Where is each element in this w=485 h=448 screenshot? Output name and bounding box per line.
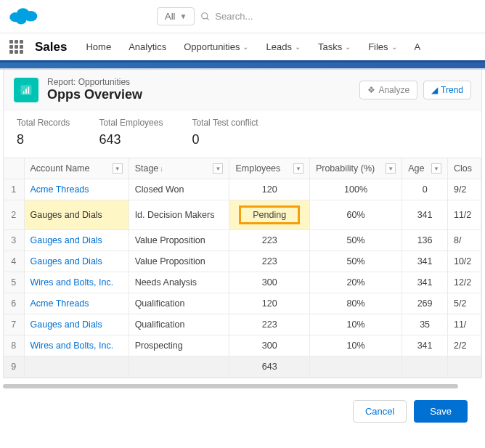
cell-account[interactable]: Gauges and Dials	[24, 314, 129, 335]
table-row: 1Acme ThreadsClosed Won120100%09/2	[4, 179, 481, 200]
analyze-icon: ❖	[367, 85, 375, 95]
total-test-conflict-label: Total Test conflict	[192, 118, 258, 128]
cell-account[interactable]: Gauges and Dials	[24, 200, 129, 230]
col-age[interactable]: Age▼	[402, 158, 448, 179]
table-summary-row: 9643	[4, 357, 481, 378]
cell-rownum: 7	[4, 314, 24, 335]
table-row: 4Gauges and DialsValue Proposition22350%…	[4, 251, 481, 272]
total-records-label: Total Records	[17, 118, 70, 128]
cell-stage: Qualification	[129, 293, 229, 314]
cell-age: 341	[402, 251, 448, 272]
chevron-down-icon: ⌄	[345, 43, 351, 51]
table-row: 2Gauges and DialsId. Decision MakersPend…	[4, 200, 481, 230]
cell-close: 5/2	[447, 293, 481, 314]
cell-probability: 50%	[309, 251, 402, 272]
nav-tasks[interactable]: Tasks⌄	[312, 41, 356, 52]
cell-age: 341	[402, 200, 448, 230]
trend-icon: ◢	[431, 85, 438, 95]
cell-rownum: 3	[4, 230, 24, 251]
nav-files[interactable]: Files⌄	[362, 41, 402, 52]
cell-account[interactable]: Gauges and Dials	[24, 251, 129, 272]
cell-age: 0	[402, 179, 448, 200]
report-title: Opps Overview	[47, 87, 142, 102]
col-probability[interactable]: Probability (%)▼	[309, 158, 402, 179]
col-rownum	[4, 158, 24, 179]
chevron-down-icon: ▼	[179, 12, 187, 20]
column-menu-icon[interactable]: ▼	[213, 163, 223, 174]
cell-close: 9/2	[447, 179, 481, 200]
cell-probability: 10%	[309, 314, 402, 335]
cell-account[interactable]: Gauges and Dials	[24, 230, 129, 251]
cell-employees[interactable]: Pending	[229, 200, 309, 230]
table-row: 3Gauges and DialsValue Proposition22350%…	[4, 230, 481, 251]
report-type-label: Report: Opportunities	[47, 77, 142, 87]
cell-employees: 223	[229, 251, 309, 272]
cell-employees: 300	[229, 272, 309, 293]
cell-age: 341	[402, 335, 448, 357]
horizontal-scrollbar[interactable]	[3, 383, 482, 390]
sort-desc-icon: ↓	[160, 165, 163, 173]
column-menu-icon[interactable]: ▼	[293, 163, 303, 174]
cell-close: 11/2	[447, 200, 481, 230]
col-account-name[interactable]: Account Name▼	[24, 158, 129, 179]
table-row: 7Gauges and DialsQualification22310%3511…	[4, 314, 481, 335]
cell-stage: Qualification	[129, 314, 229, 335]
cell-rownum: 8	[4, 335, 24, 357]
app-name: Sales	[35, 40, 67, 54]
analyze-button[interactable]: ❖ Analyze	[359, 81, 417, 99]
chevron-down-icon: ⌄	[295, 43, 301, 51]
cell-employees: 120	[229, 179, 309, 200]
total-records-value: 8	[17, 132, 70, 147]
search-input[interactable]: Search...	[200, 11, 389, 22]
cell-rownum: 5	[4, 272, 24, 293]
cell-probability: 60%	[309, 200, 402, 230]
nav-analytics[interactable]: Analytics	[123, 41, 172, 52]
table-row: 5Wires and Bolts, Inc.Needs Analysis3002…	[4, 272, 481, 293]
nav-more[interactable]: A	[409, 41, 427, 52]
cell-account[interactable]: Acme Threads	[24, 179, 129, 200]
column-menu-icon[interactable]: ▼	[431, 163, 441, 174]
cell-account[interactable]: Wires and Bolts, Inc.	[24, 272, 129, 293]
cell-rownum: 6	[4, 293, 24, 314]
column-menu-icon[interactable]: ▼	[386, 163, 396, 174]
cell-rownum: 1	[4, 179, 24, 200]
chevron-down-icon: ⌄	[242, 43, 248, 51]
cell-age: 35	[402, 314, 448, 335]
cell-account[interactable]: Acme Threads	[24, 293, 129, 314]
nav-home[interactable]: Home	[80, 41, 117, 52]
svg-point-4	[202, 12, 208, 18]
cell-employees: 120	[229, 293, 309, 314]
cell-close: 2/2	[447, 335, 481, 357]
cell-employees: 223	[229, 314, 309, 335]
col-close[interactable]: Clos	[447, 158, 481, 179]
cell-close: 10/2	[447, 251, 481, 272]
nav-leads[interactable]: Leads⌄	[260, 41, 306, 52]
cell-probability: 10%	[309, 335, 402, 357]
cell-stage: Needs Analysis	[129, 272, 229, 293]
search-placeholder: Search...	[215, 11, 253, 22]
cell-stage: Closed Won	[129, 179, 229, 200]
report-icon	[14, 78, 38, 102]
cell-probability: 20%	[309, 272, 402, 293]
col-employees[interactable]: Employees▼	[229, 158, 309, 179]
cell-account[interactable]: Wires and Bolts, Inc.	[24, 335, 129, 357]
report-table: Account Name▼ Stage↓▼ Employees▼ Probabi…	[4, 158, 481, 378]
table-row: 6Acme ThreadsQualification12080%2695/2	[4, 293, 481, 314]
trend-button[interactable]: ◢ Trend	[423, 81, 471, 99]
chevron-down-icon: ⌄	[391, 43, 397, 51]
cell-age: 341	[402, 272, 448, 293]
search-scope-dropdown[interactable]: All ▼	[157, 7, 195, 25]
cell-stage: Value Proposition	[129, 251, 229, 272]
save-button[interactable]: Save	[414, 400, 468, 423]
cell-stage: Prospecting	[129, 335, 229, 357]
col-stage[interactable]: Stage↓▼	[129, 158, 229, 179]
salesforce-logo	[9, 4, 39, 28]
total-employees-label: Total Employees	[99, 118, 163, 128]
app-launcher-icon[interactable]	[6, 40, 26, 54]
cancel-button[interactable]: Cancel	[353, 400, 407, 423]
table-row: 8Wires and Bolts, Inc.Prospecting30010%3…	[4, 335, 481, 357]
column-menu-icon[interactable]: ▼	[113, 163, 123, 174]
cell-employees: 223	[229, 230, 309, 251]
cell-probability: 80%	[309, 293, 402, 314]
nav-opportunities[interactable]: Opportunities⌄	[178, 41, 254, 52]
